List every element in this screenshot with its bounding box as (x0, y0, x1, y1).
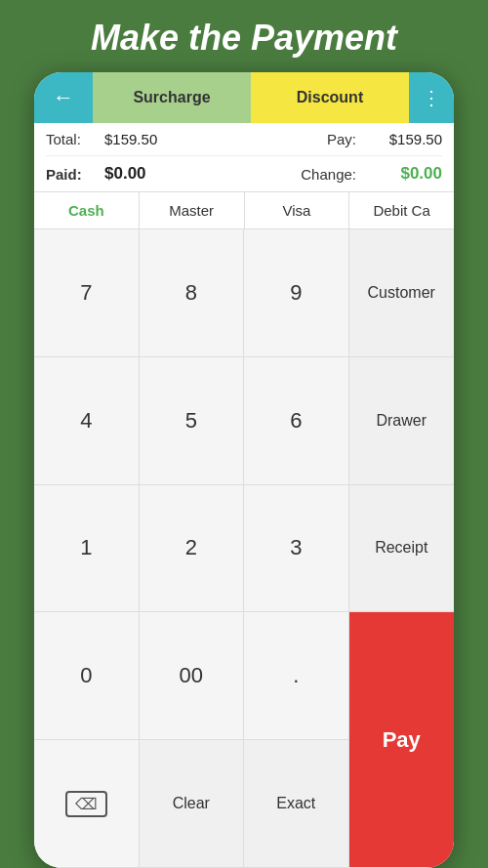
key-customer[interactable]: Customer (349, 229, 455, 357)
key-0[interactable]: 0 (34, 612, 140, 740)
more-icon: ⋮ (422, 86, 442, 109)
backspace-icon: ⌫ (65, 791, 107, 817)
tab-debit-label: Debit Ca (373, 202, 429, 219)
total-label: Total: (46, 131, 104, 147)
info-section: Total: $159.50 Pay: $159.50 Paid: $0.00 … (34, 123, 454, 192)
tab-master-label: Master (169, 202, 214, 219)
key-4[interactable]: 4 (34, 357, 140, 485)
tab-visa-label: Visa (282, 202, 310, 219)
key-exact[interactable]: Exact (244, 740, 349, 868)
total-row: Total: $159.50 Pay: $159.50 (46, 123, 442, 156)
key-receipt[interactable]: Receipt (349, 485, 455, 613)
discount-button[interactable]: Discount (251, 72, 409, 123)
key-5[interactable]: 5 (140, 357, 245, 485)
tab-debit[interactable]: Debit Ca (349, 192, 454, 228)
more-button[interactable]: ⋮ (409, 72, 454, 123)
key-3[interactable]: 3 (244, 485, 349, 613)
key-clear[interactable]: Clear (140, 740, 245, 868)
change-value: $0.00 (364, 164, 442, 184)
tab-visa[interactable]: Visa (245, 192, 350, 228)
key-00[interactable]: 00 (140, 612, 245, 740)
key-7[interactable]: 7 (34, 229, 140, 357)
tab-cash[interactable]: Cash (34, 192, 140, 228)
key-pay[interactable]: Pay (349, 612, 455, 868)
key-drawer[interactable]: Drawer (349, 357, 455, 485)
key-6[interactable]: 6 (244, 357, 349, 485)
pay-label: Pay: (278, 131, 356, 147)
numpad: 7 8 9 Customer 4 5 6 Drawer 1 2 3 Receip… (34, 229, 454, 868)
discount-label: Discount (297, 89, 363, 106)
key-8[interactable]: 8 (140, 229, 245, 357)
back-arrow-icon: ← (53, 85, 74, 110)
key-dot[interactable]: . (244, 612, 349, 740)
tab-cash-label: Cash (68, 202, 104, 219)
surcharge-label: Surcharge (133, 89, 210, 106)
top-bar: ← Surcharge Discount ⋮ (34, 72, 454, 123)
paid-value: $0.00 (104, 164, 278, 184)
surcharge-button[interactable]: Surcharge (93, 72, 251, 123)
key-9[interactable]: 9 (244, 229, 349, 357)
key-1[interactable]: 1 (34, 485, 140, 613)
total-value: $159.50 (104, 131, 278, 147)
payment-tabs: Cash Master Visa Debit Ca (34, 192, 454, 229)
paid-row: Paid: $0.00 Change: $0.00 (46, 156, 442, 191)
pay-value: $159.50 (364, 131, 442, 147)
page-title: Make the Payment (81, 0, 407, 72)
paid-label: Paid: (46, 166, 104, 183)
change-label: Change: (278, 166, 356, 183)
phone-shell: ← Surcharge Discount ⋮ Total: $159.50 Pa… (34, 72, 454, 868)
key-backspace[interactable]: ⌫ (34, 740, 140, 868)
key-2[interactable]: 2 (140, 485, 245, 613)
tab-master[interactable]: Master (140, 192, 245, 228)
back-button[interactable]: ← (34, 72, 93, 123)
